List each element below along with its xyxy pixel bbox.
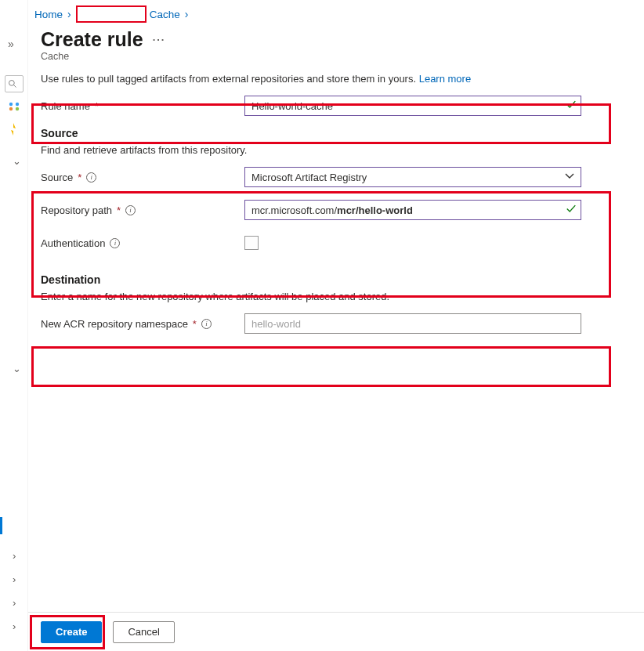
required-marker: * [78, 172, 81, 183]
auth-label: Authentication [41, 237, 105, 249]
rail-expander-3[interactable]: › [13, 550, 16, 562]
svg-point-0 [9, 81, 15, 86]
source-label: Source [41, 172, 73, 183]
breadcrumb-redacted [76, 5, 147, 23]
required-marker: * [193, 318, 197, 330]
required-marker: * [95, 100, 99, 112]
intro-text: Use rules to pull tagged artifacts from … [41, 73, 631, 85]
rule-name-label: Rule name [41, 100, 90, 112]
row-rule-name: Rule name * [41, 92, 631, 119]
rail-selected-marker [0, 517, 2, 534]
valid-check-icon [566, 99, 577, 113]
dest-label: New ACR repository namespace [41, 318, 188, 330]
svg-point-2 [9, 103, 13, 106]
search-icon [8, 79, 17, 89]
rule-name-input[interactable] [244, 96, 581, 116]
destination-heading: Destination [41, 273, 631, 286]
rail-expander-1[interactable]: ⌄ [13, 155, 21, 167]
intro-text-content: Use rules to pull tagged artifacts from … [41, 73, 419, 85]
auth-checkbox[interactable] [244, 236, 259, 250]
row-authentication: Authentication i [41, 230, 631, 256]
repo-path-prefix: mcr.microsoft.com/ [251, 204, 337, 216]
learn-more-link[interactable]: Learn more [419, 73, 471, 85]
page-title: Create rule [41, 28, 143, 51]
source-desc: Find and retrieve artifacts from this re… [41, 144, 631, 156]
source-heading: Source [41, 127, 631, 139]
required-marker: * [117, 204, 121, 216]
rail-expander-4[interactable]: › [13, 573, 16, 585]
source-select-value: Microsoft Artifact Registry [251, 172, 367, 183]
more-actions-icon[interactable]: ··· [153, 34, 166, 45]
valid-check-icon [566, 204, 577, 217]
svg-point-3 [16, 103, 19, 106]
rail-expander-5[interactable]: › [13, 597, 16, 609]
rail-search[interactable] [5, 75, 24, 92]
info-icon[interactable]: i [86, 172, 96, 183]
destination-desc: Enter a name for the new repository wher… [41, 291, 631, 302]
collapse-rail-icon[interactable]: » [8, 38, 14, 50]
dest-namespace-input[interactable] [244, 313, 581, 334]
page-subtitle: Cache [28, 51, 644, 73]
info-icon[interactable]: i [110, 238, 120, 248]
rail-expander-6[interactable]: › [13, 620, 16, 632]
create-button[interactable]: Create [41, 621, 102, 643]
info-icon[interactable]: i [125, 205, 136, 215]
breadcrumb: Home › Cache › [28, 0, 644, 24]
footer: Create Cancel [28, 612, 644, 651]
svg-point-4 [9, 107, 13, 110]
repo-path-input[interactable]: mcr.microsoft.com/mcr/hello-world [244, 200, 581, 220]
svg-line-1 [14, 85, 16, 88]
repo-path-label: Repository path [41, 204, 112, 216]
breadcrumb-sep: › [180, 8, 194, 20]
breadcrumb-sep: › [63, 8, 76, 20]
row-source: Source * i Microsoft Artifact Registry [41, 164, 631, 190]
breadcrumb-cache[interactable]: Cache [150, 9, 180, 20]
row-repo-path: Repository path * i mcr.microsoft.com/mc… [41, 197, 631, 223]
info-icon[interactable]: i [201, 319, 212, 329]
chevron-down-icon [565, 172, 574, 183]
svg-point-5 [16, 107, 19, 110]
row-dest-namespace: New ACR repository namespace * i [41, 310, 631, 337]
rail-icon-events[interactable] [8, 123, 19, 138]
repo-path-value: mcr/hello-world [337, 204, 413, 216]
breadcrumb-home[interactable]: Home [34, 9, 63, 20]
source-select[interactable]: Microsoft Artifact Registry [244, 167, 581, 187]
left-rail: » ⌄ ⌄ › › › › [0, 0, 28, 651]
rail-icon-activity[interactable] [8, 101, 20, 114]
cancel-button[interactable]: Cancel [113, 621, 174, 643]
rail-expander-2[interactable]: ⌄ [13, 363, 21, 374]
